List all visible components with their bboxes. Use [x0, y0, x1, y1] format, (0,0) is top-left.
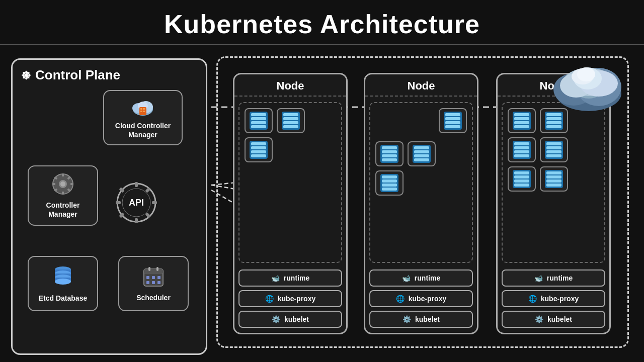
svg-rect-50 [156, 267, 158, 271]
svg-rect-46 [146, 281, 149, 284]
svg-point-40 [55, 279, 71, 285]
kubelet-icon: ⚙️ [403, 315, 411, 323]
pod [508, 137, 536, 162]
pod [375, 170, 404, 196]
runtime-service: 🐋 runtime [502, 269, 605, 287]
cm-label: ControllerManager [46, 201, 80, 219]
cm-icon [51, 172, 74, 198]
runtime-service: 🐋 runtime [238, 269, 342, 287]
pod [540, 137, 568, 162]
header: Kubernetes Architecture [0, 0, 644, 45]
diagram: ⎈ Control Plane Cloud [0, 49, 644, 356]
node-3-pod-grid [502, 102, 605, 263]
kubelet-icon: ⚙️ [272, 315, 280, 323]
svg-rect-42 [144, 269, 163, 274]
svg-rect-55 [152, 201, 157, 204]
svg-rect-27 [52, 183, 55, 185]
kubelet-icon: ⚙️ [535, 315, 543, 323]
pod [508, 108, 536, 133]
proxy-icon: 🌐 [396, 295, 405, 303]
svg-point-33 [60, 182, 65, 187]
svg-rect-45 [157, 276, 160, 279]
ccm-icon [129, 96, 156, 118]
svg-rect-52 [135, 182, 138, 187]
svg-rect-19 [140, 108, 142, 110]
api-server-circle: API [115, 182, 157, 226]
pod [375, 141, 404, 166]
svg-point-71 [577, 67, 595, 81]
cloud-container [548, 54, 629, 115]
node-1-services: 🐋 runtime 🌐 kube-proxy ⚙️ kubelet [238, 269, 342, 328]
pod [408, 141, 436, 166]
kubeproxy-service: 🌐 kube-proxy [502, 290, 605, 307]
svg-rect-25 [62, 173, 64, 176]
page-title: Kubernetes Architecture [0, 9, 644, 39]
control-plane-box: ⎈ Control Plane Cloud [11, 58, 207, 355]
svg-rect-43 [146, 276, 149, 279]
kubeproxy-service: 🌐 kube-proxy [369, 290, 473, 307]
node-2-title: Node [365, 74, 477, 97]
svg-rect-22 [143, 111, 145, 112]
cloud-controller-manager-box: Cloud ControllerManager [103, 90, 183, 145]
node-1: Node 🐋 runtime 🌐 [233, 73, 348, 334]
etcd-icon [51, 264, 75, 291]
pod [245, 108, 273, 133]
docker-icon: 🐋 [402, 274, 411, 282]
svg-rect-53 [135, 218, 138, 223]
pod [540, 166, 568, 192]
docker-icon: 🐋 [534, 274, 543, 282]
helm-icon: ⎈ [22, 67, 30, 83]
node-1-pod-grid [238, 102, 342, 263]
kubeproxy-service: 🌐 kube-proxy [238, 290, 342, 307]
svg-rect-48 [157, 281, 160, 284]
docker-icon: 🐋 [271, 274, 280, 282]
pod [277, 108, 305, 133]
node-2-pod-grid [369, 102, 473, 263]
proxy-icon: 🌐 [265, 295, 274, 303]
pod [508, 166, 536, 192]
pod [245, 137, 273, 162]
svg-rect-54 [116, 201, 121, 204]
node-2: Node 🐋 runtime [364, 73, 478, 334]
svg-rect-21 [140, 111, 142, 112]
svg-rect-28 [70, 183, 73, 185]
svg-rect-26 [62, 192, 64, 195]
etcd-box: Etcd Database [28, 256, 98, 311]
svg-rect-47 [152, 281, 155, 284]
runtime-service: 🐋 runtime [369, 269, 473, 287]
node-1-title: Node [234, 74, 346, 97]
kubelet-service: ⚙️ kubelet [502, 311, 605, 328]
svg-rect-49 [148, 267, 150, 271]
kubelet-service: ⚙️ kubelet [238, 311, 342, 328]
proxy-icon: 🌐 [528, 295, 537, 303]
etcd-label: Etcd Database [39, 294, 87, 303]
control-plane-label: ⎈ Control Plane [22, 67, 120, 83]
svg-rect-44 [152, 276, 155, 279]
svg-text:API: API [129, 198, 144, 208]
scheduler-box: Scheduler [118, 256, 189, 311]
scheduler-icon [142, 265, 165, 290]
ccm-label: Cloud ControllerManager [115, 121, 171, 139]
node-3-services: 🐋 runtime 🌐 kube-proxy ⚙️ kubelet [502, 269, 605, 328]
pod [439, 108, 467, 133]
controller-manager-box: ControllerManager [28, 165, 98, 226]
kubelet-service: ⚙️ kubelet [369, 311, 473, 328]
svg-rect-20 [143, 108, 145, 110]
scheduler-label: Scheduler [136, 293, 171, 302]
node-2-services: 🐋 runtime 🌐 kube-proxy ⚙️ kubelet [369, 269, 473, 328]
